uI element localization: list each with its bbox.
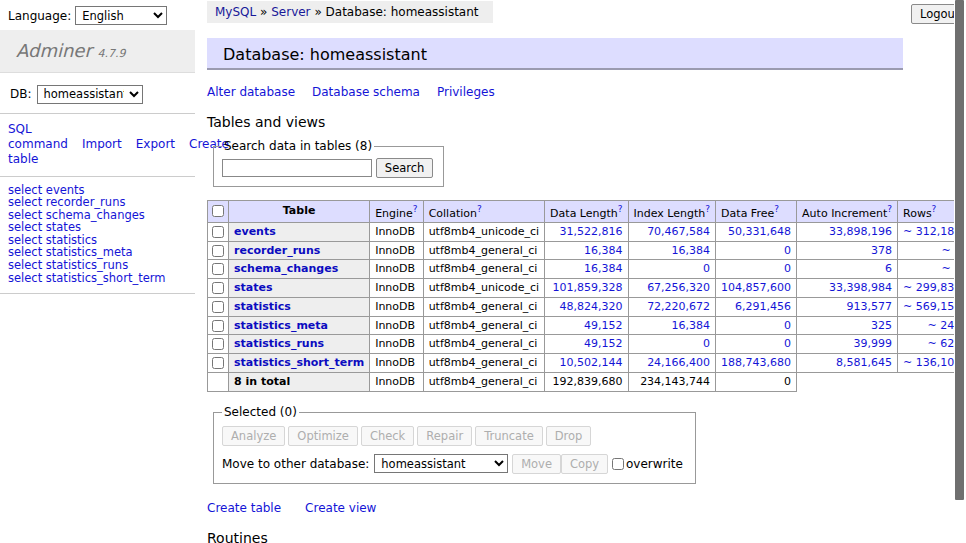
data-length-link[interactable]: 16,384: [584, 244, 623, 257]
data-length-link[interactable]: 101,859,328: [553, 281, 623, 294]
table-link[interactable]: statistics_short_term: [234, 356, 364, 369]
move-database-select[interactable]: homeassistant: [374, 454, 508, 473]
index-length-link[interactable]: 72,220,672: [647, 300, 710, 313]
auto-increment-link[interactable]: 39,999: [854, 337, 893, 350]
repair-button[interactable]: Repair: [417, 426, 472, 446]
drop-button[interactable]: Drop: [546, 426, 592, 446]
database-schema-link[interactable]: Database schema: [312, 85, 420, 99]
data-free-cell: 0: [716, 241, 797, 260]
language-select[interactable]: English: [75, 6, 167, 25]
sidebar-select-link[interactable]: select states: [8, 221, 195, 234]
rows-link[interactable]: ~ 312,180: [903, 225, 961, 238]
optimize-button[interactable]: Optimize: [288, 426, 358, 446]
table-link[interactable]: events: [234, 225, 276, 238]
auto-increment-link[interactable]: 6: [885, 262, 892, 275]
sql-command-link[interactable]: SQL command: [8, 122, 68, 151]
index-length-link[interactable]: 16,384: [672, 244, 711, 257]
breadcrumb-current: Database: homeassistant: [326, 5, 479, 19]
row-checkbox[interactable]: [212, 245, 224, 257]
data-free-link[interactable]: 0: [784, 244, 791, 257]
auto-increment-link[interactable]: 33,898,196: [829, 225, 892, 238]
truncate-button[interactable]: Truncate: [475, 426, 543, 446]
sidebar-select-link[interactable]: select statistics_runs: [8, 259, 195, 272]
column-help-link[interactable]: ?: [705, 204, 710, 214]
row-checkbox[interactable]: [212, 320, 224, 332]
engine-cell: InnoDB: [370, 279, 423, 298]
breadcrumb-mysql-link[interactable]: MySQL: [215, 5, 256, 19]
sidebar-select-link[interactable]: select recorder_runs: [8, 196, 195, 209]
check-button[interactable]: Check: [361, 426, 414, 446]
select-all-checkbox[interactable]: [212, 205, 224, 217]
data-free-link[interactable]: 0: [784, 337, 791, 350]
export-link[interactable]: Export: [136, 137, 175, 151]
table-link[interactable]: schema_changes: [234, 262, 338, 275]
analyze-button[interactable]: Analyze: [222, 426, 285, 446]
table-row: statisticsInnoDButf8mb4_general_ci48,824…: [208, 297, 966, 316]
data-free-link[interactable]: 50,331,648: [728, 225, 791, 238]
auto-increment-cell: 325: [797, 316, 898, 335]
create-table-link-main[interactable]: Create table: [207, 501, 281, 515]
table-link[interactable]: statistics: [234, 300, 291, 313]
column-help-link[interactable]: ?: [477, 204, 482, 214]
auto-increment-cell: 913,577: [797, 297, 898, 316]
rows-link[interactable]: ~ 136,108: [903, 356, 961, 369]
auto-increment-link[interactable]: 325: [871, 319, 892, 332]
data-length-link[interactable]: 49,152: [584, 337, 623, 350]
data-free-link[interactable]: 6,291,456: [735, 300, 791, 313]
auto-increment-link[interactable]: 913,577: [847, 300, 893, 313]
data-length-link[interactable]: 31,522,816: [560, 225, 623, 238]
data-free-link[interactable]: 0: [784, 262, 791, 275]
sidebar-select-link[interactable]: select statistics_short_term: [8, 272, 195, 285]
data-free-link[interactable]: 104,857,600: [721, 281, 791, 294]
index-length-link[interactable]: 70,467,584: [647, 225, 710, 238]
rows-link[interactable]: ~ 299,833: [903, 281, 961, 294]
column-help-link[interactable]: ?: [774, 204, 779, 214]
rows-link[interactable]: ~ 569,159: [903, 300, 961, 313]
privileges-link[interactable]: Privileges: [437, 85, 495, 99]
index-length-link[interactable]: 24,166,400: [647, 356, 710, 369]
column-help-link[interactable]: ?: [413, 204, 418, 214]
scrollbar-thumb[interactable]: [955, 0, 964, 500]
column-help-link[interactable]: ?: [618, 204, 623, 214]
search-button[interactable]: Search: [376, 158, 434, 178]
move-button[interactable]: Move: [512, 454, 561, 474]
db-select[interactable]: homeassistant: [37, 85, 143, 104]
column-help-link[interactable]: ?: [887, 204, 892, 214]
index-length-link[interactable]: 16,384: [672, 319, 711, 332]
row-checkbox[interactable]: [212, 357, 224, 369]
import-link[interactable]: Import: [82, 137, 122, 151]
data-length-link[interactable]: 16,384: [584, 262, 623, 275]
row-checkbox[interactable]: [212, 301, 224, 313]
table-row: statistics_short_termInnoDButf8mb4_gener…: [208, 354, 966, 373]
index-length-link[interactable]: 67,256,320: [647, 281, 710, 294]
column-help-link[interactable]: ?: [932, 204, 937, 214]
overwrite-checkbox[interactable]: [612, 458, 624, 470]
table-link[interactable]: states: [234, 281, 273, 294]
table-link[interactable]: recorder_runs: [234, 244, 320, 257]
copy-button[interactable]: Copy: [561, 454, 608, 474]
row-checkbox[interactable]: [212, 263, 224, 275]
data-free-link[interactable]: 0: [784, 319, 791, 332]
move-row: Move to other database:homeassistant Mov…: [222, 454, 683, 474]
row-select-cell: [208, 222, 229, 241]
alter-database-link[interactable]: Alter database: [207, 85, 295, 99]
row-checkbox[interactable]: [212, 338, 224, 350]
table-link[interactable]: statistics_meta: [234, 319, 328, 332]
index-length-link[interactable]: 0: [703, 337, 710, 350]
data-length-link[interactable]: 49,152: [584, 319, 623, 332]
data-length-link[interactable]: 10,502,144: [560, 356, 623, 369]
data-length-link[interactable]: 48,824,320: [560, 300, 623, 313]
search-input[interactable]: [222, 159, 372, 177]
routines-heading: Routines: [207, 530, 907, 543]
create-view-link[interactable]: Create view: [305, 501, 376, 515]
auto-increment-link[interactable]: 378: [871, 244, 892, 257]
row-checkbox[interactable]: [212, 282, 224, 294]
selected-fieldset: Selected (0) AnalyzeOptimizeCheckRepairT…: [213, 405, 696, 484]
table-link[interactable]: statistics_runs: [234, 337, 324, 350]
index-length-link[interactable]: 0: [703, 262, 710, 275]
auto-increment-link[interactable]: 8,581,645: [836, 356, 892, 369]
auto-increment-link[interactable]: 33,398,984: [829, 281, 892, 294]
data-free-link[interactable]: 188,743,680: [721, 356, 791, 369]
breadcrumb-server-link[interactable]: Server: [271, 5, 310, 19]
row-checkbox[interactable]: [212, 226, 224, 238]
